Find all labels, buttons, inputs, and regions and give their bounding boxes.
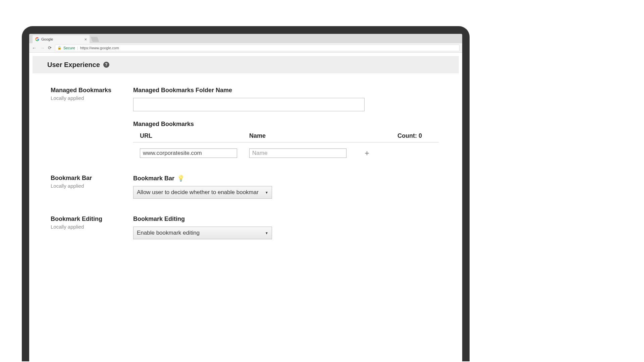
managed-bookmarks-list-label: Managed Bookmarks <box>133 121 439 128</box>
forward-button[interactable]: → <box>40 45 45 51</box>
section-header: User Experience ? <box>33 56 459 73</box>
bookmark-entry-row: + <box>133 142 439 158</box>
chevron-down-icon: ▼ <box>265 191 268 194</box>
bookmark-editing-title: Bookmark Editing <box>51 216 133 223</box>
bookmark-bar-select-value: Allow user to decide whether to enable b… <box>137 189 265 196</box>
address-bar[interactable]: 🔒 Secure | https://www.google.com <box>55 45 460 51</box>
bookmarks-table-header: URL Name Count: 0 <box>133 132 439 142</box>
reload-button[interactable]: ⟳ <box>48 45 52 50</box>
back-button[interactable]: ← <box>32 45 37 51</box>
bookmark-name-input[interactable] <box>249 148 346 158</box>
managed-bookmarks-row: Managed Bookmarks Locally applied Manage… <box>33 87 459 158</box>
settings-body: Managed Bookmarks Locally applied Manage… <box>29 73 462 259</box>
folder-name-input[interactable] <box>133 98 365 111</box>
bookmark-bar-applied: Locally applied <box>51 183 133 189</box>
browser-tab[interactable]: Google × <box>33 35 90 43</box>
bookmark-url-input[interactable] <box>140 148 237 158</box>
new-tab-button[interactable] <box>91 37 99 42</box>
bookmark-count: Count: 0 <box>359 132 439 139</box>
tab-title: Google <box>41 37 53 41</box>
close-tab-icon[interactable]: × <box>84 37 87 42</box>
bookmark-bar-label: Bookmark Bar 💡 <box>133 175 439 182</box>
bookmark-editing-label: Bookmark Editing <box>133 216 439 223</box>
browser-toolbar: ← → ⟳ 🔒 Secure | https://www.google.com <box>29 43 462 53</box>
bookmark-editing-select[interactable]: Enable bookmark editing ▼ <box>133 227 272 239</box>
bookmark-editing-row: Bookmark Editing Locally applied Bookmar… <box>33 216 459 239</box>
column-name: Name <box>249 132 359 139</box>
column-url: URL <box>140 132 249 139</box>
managed-bookmarks-applied: Locally applied <box>51 95 133 101</box>
page-title: User Experience <box>47 61 100 69</box>
browser-window: Google × ← → ⟳ 🔒 Secure | https://www.go… <box>29 34 462 361</box>
bookmark-bar-title: Bookmark Bar <box>51 175 133 182</box>
chevron-down-icon: ▼ <box>265 231 268 235</box>
google-favicon-icon <box>35 37 39 41</box>
lock-icon: 🔒 <box>57 46 61 50</box>
managed-bookmarks-title: Managed Bookmarks <box>51 87 133 94</box>
lightbulb-icon: 💡 <box>177 175 184 182</box>
bookmark-editing-select-value: Enable bookmark editing <box>137 230 265 236</box>
url-text: https://www.google.com <box>80 46 119 50</box>
page-content: User Experience ? Managed Bookmarks Loca… <box>29 53 462 361</box>
secure-label: Secure <box>63 46 75 50</box>
tab-strip: Google × <box>29 34 462 43</box>
bookmark-bar-select[interactable]: Allow user to decide whether to enable b… <box>133 186 272 199</box>
bookmark-editing-applied: Locally applied <box>51 224 133 230</box>
folder-name-label: Managed Bookmarks Folder Name <box>133 87 439 94</box>
bookmark-bar-row: Bookmark Bar Locally applied Bookmark Ba… <box>33 175 459 199</box>
help-icon[interactable]: ? <box>103 62 109 68</box>
device-frame: Google × ← → ⟳ 🔒 Secure | https://www.go… <box>22 26 470 361</box>
add-bookmark-button[interactable]: + <box>362 148 372 158</box>
